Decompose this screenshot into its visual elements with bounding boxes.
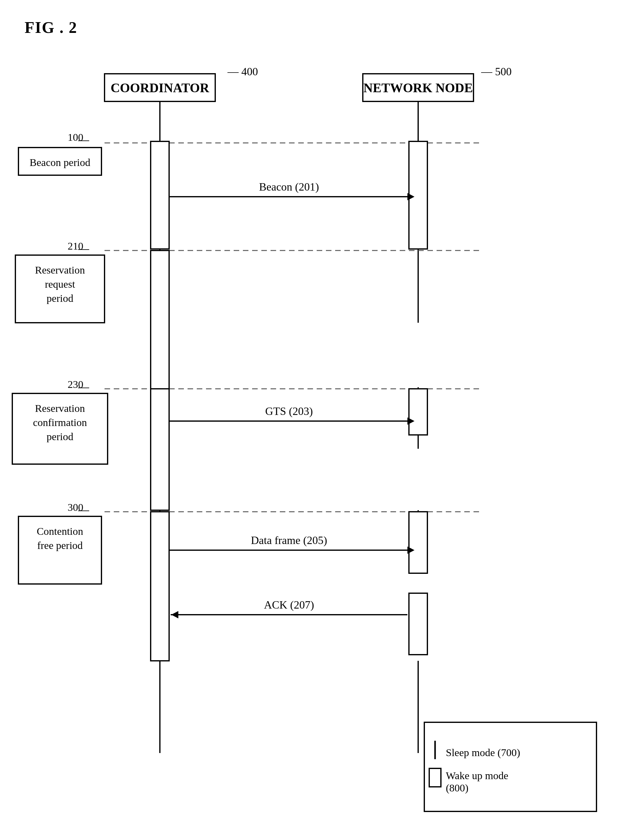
reservation-conf-label-1: Reservation [35,403,85,414]
ref-500: — 500 [481,65,512,78]
contention-free-label-1: Contention [36,526,83,537]
svg-rect-18 [151,141,169,249]
diagram: COORDINATOR NETWORK NODE — 400 — 500 [0,0,634,840]
data-frame-label: Data frame (205) [251,534,327,546]
legend-sleep-label: Sleep mode (700) [446,747,520,759]
gts-label: GTS (203) [266,405,313,417]
svg-rect-19 [409,141,427,249]
svg-rect-21 [151,389,169,510]
ref-210: 210 [68,240,83,252]
svg-rect-24 [409,512,427,573]
ref-400: — 400 [227,65,258,78]
ref-100: 100 [68,131,83,143]
reservation-request-label-3: period [47,293,73,304]
ref-230: 230 [68,379,83,390]
beacon-period-label: Beacon period [30,157,90,168]
reservation-request-label-2: request [45,278,75,290]
svg-rect-20 [151,251,169,389]
ack-label: ACK (207) [264,599,314,611]
svg-rect-25 [409,593,427,655]
ref-300: 300 [68,502,83,513]
reservation-conf-label-3: period [47,431,73,442]
legend-wakeup-label-2: (800) [446,782,469,794]
svg-rect-22 [409,389,427,435]
reservation-request-label-1: Reservation [35,264,85,276]
svg-rect-38 [424,722,596,812]
coordinator-label: COORDINATOR [111,81,209,95]
svg-rect-23 [151,512,169,661]
contention-free-label-2: free period [37,540,83,551]
ack-arrowhead [171,611,178,618]
network-node-label: NETWORK NODE [364,81,473,95]
legend-wakeup-label-1: Wake up mode [446,770,508,781]
svg-rect-40 [429,768,441,787]
reservation-conf-label-2: confirmation [33,417,87,428]
beacon-label: Beacon (201) [259,181,319,193]
